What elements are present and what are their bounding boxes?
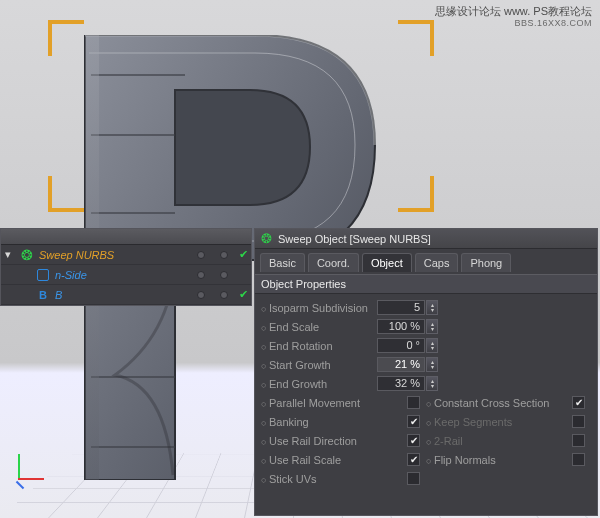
- check-banking: Banking: [261, 412, 426, 431]
- checkbox[interactable]: [407, 396, 420, 409]
- axis-y: [18, 454, 20, 480]
- selection-frame-corner: [48, 176, 84, 212]
- check-constant-cross-section: Constant Cross Section: [426, 393, 591, 412]
- prop-end-growth: End Growth 32 %: [261, 374, 591, 393]
- tab-basic[interactable]: Basic: [260, 253, 305, 272]
- spline-icon: B: [35, 288, 51, 302]
- check-use-rail-scale: Use Rail Scale: [261, 450, 426, 469]
- selection-frame-corner: [48, 20, 84, 56]
- checkbox[interactable]: [572, 434, 585, 447]
- tab-phong[interactable]: Phong: [461, 253, 511, 272]
- panel-header: [1, 229, 251, 245]
- section-header: Object Properties: [255, 274, 597, 294]
- attribute-title: ❂ Sweep Object [Sweep NURBS]: [255, 229, 597, 249]
- prop-end-scale: End Scale 100 %: [261, 317, 591, 336]
- tab-coord[interactable]: Coord.: [308, 253, 359, 272]
- axis-x: [18, 478, 44, 480]
- checkbox[interactable]: [572, 396, 585, 409]
- object-manager-panel[interactable]: ▾ ❂ Sweep NURBS ✔ n-Side B B ✔: [0, 228, 252, 306]
- check-use-rail-direction: Use Rail Direction: [261, 431, 426, 450]
- layer-dots[interactable]: [189, 251, 235, 259]
- sweep-nurbs-icon: ❂: [261, 231, 272, 246]
- checkbox[interactable]: [572, 453, 585, 466]
- object-label: n-Side: [55, 269, 189, 281]
- prop-start-growth: Start Growth 21 %: [261, 355, 591, 374]
- attribute-title-text: Sweep Object [Sweep NURBS]: [278, 233, 431, 245]
- checkbox[interactable]: [407, 434, 420, 447]
- selection-frame-corner: [398, 20, 434, 56]
- hierarchy-item-b[interactable]: B B ✔: [1, 285, 251, 305]
- hierarchy-item-n-side[interactable]: n-Side: [1, 265, 251, 285]
- check-parallel-movement: Parallel Movement: [261, 393, 426, 412]
- checkbox[interactable]: [407, 472, 420, 485]
- enable-checkmark-icon[interactable]: ✔: [239, 288, 251, 301]
- number-input[interactable]: 21 %: [377, 357, 425, 372]
- spinner[interactable]: [426, 376, 438, 391]
- tab-caps[interactable]: Caps: [415, 253, 459, 272]
- tab-object[interactable]: Object: [362, 253, 412, 272]
- object-label: Sweep NURBS: [39, 249, 189, 261]
- number-input[interactable]: 5: [377, 300, 425, 315]
- spinner[interactable]: [426, 300, 438, 315]
- enable-checkmark-icon[interactable]: ✔: [239, 248, 251, 261]
- attribute-manager-panel[interactable]: ❂ Sweep Object [Sweep NURBS] Basic Coord…: [254, 228, 598, 516]
- check-2-rail: 2-Rail: [426, 431, 591, 450]
- check-flip-normals: Flip Normals: [426, 450, 591, 469]
- spinner[interactable]: [426, 338, 438, 353]
- axis-z: [16, 481, 24, 489]
- check-stick-uvs: Stick UVs: [261, 469, 426, 488]
- nside-icon: [35, 268, 51, 282]
- selection-frame-corner: [398, 176, 434, 212]
- spinner[interactable]: [426, 357, 438, 372]
- checkbox[interactable]: [572, 415, 585, 428]
- number-input[interactable]: 32 %: [377, 376, 425, 391]
- sweep-nurbs-icon: ❂: [19, 248, 35, 262]
- object-label: B: [55, 289, 189, 301]
- prop-isoparm-subdivision: Isoparm Subdivision 5: [261, 298, 591, 317]
- check-keep-segments: Keep Segments: [426, 412, 591, 431]
- checkbox[interactable]: [407, 415, 420, 428]
- spinner[interactable]: [426, 319, 438, 334]
- layer-dots[interactable]: [189, 271, 235, 279]
- watermark-top: 思缘设计论坛 www. PS教程论坛: [435, 4, 592, 19]
- attribute-tabs: Basic Coord. Object Caps Phong: [255, 249, 597, 272]
- prop-end-rotation: End Rotation 0 °: [261, 336, 591, 355]
- layer-dots[interactable]: [189, 291, 235, 299]
- axis-gizmo[interactable]: [8, 444, 52, 488]
- watermark-sub: BBS.16XX8.COM: [514, 18, 592, 28]
- hierarchy-item-sweep-nurbs[interactable]: ▾ ❂ Sweep NURBS ✔: [1, 245, 251, 265]
- number-input[interactable]: 0 °: [377, 338, 425, 353]
- number-input[interactable]: 100 %: [377, 319, 425, 334]
- object-properties: Isoparm Subdivision 5 End Scale 100 % En…: [255, 294, 597, 494]
- expand-toggle[interactable]: ▾: [5, 248, 15, 261]
- checkbox[interactable]: [407, 453, 420, 466]
